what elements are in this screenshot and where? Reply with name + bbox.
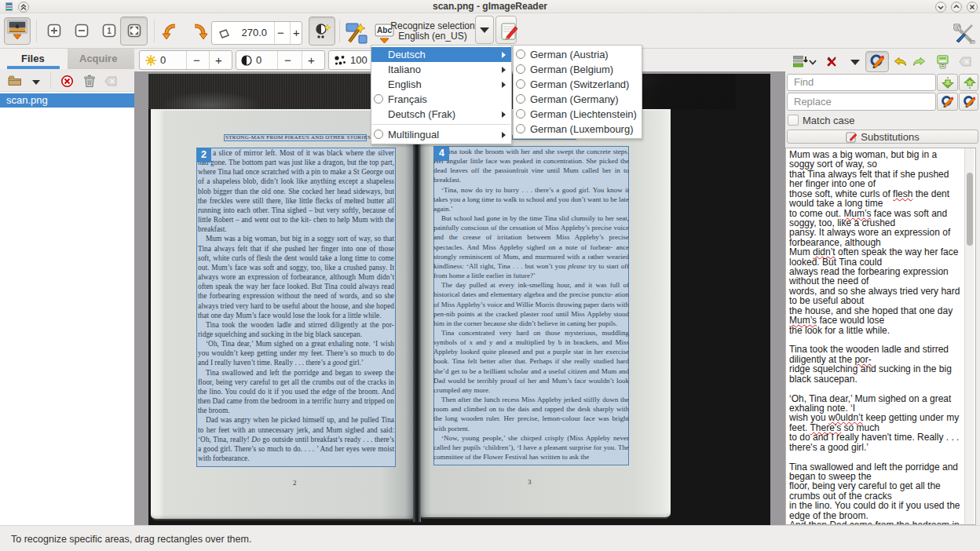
- svg-text:1: 1: [107, 27, 112, 35]
